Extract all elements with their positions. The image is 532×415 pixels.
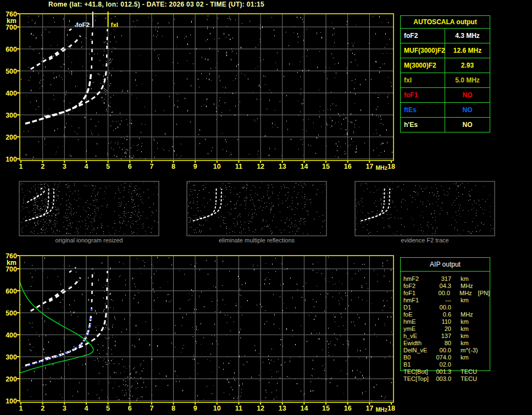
parameter-name: foE: [401, 311, 434, 318]
thumbnail-eliminate-reflections: [187, 181, 326, 236]
parameter-value: 4.3 MHz: [445, 29, 490, 43]
aip-row-hmf2: hmF2317km: [401, 275, 490, 283]
mini-f2-x-mode-trace: [32, 203, 53, 218]
x-tick-label: 3: [63, 405, 66, 412]
parameter-name: foF1: [401, 290, 433, 297]
aip-panel-rows: hmF2317kmfoF204.3MHzfoF100.0MHz[PN]hmF1-…: [401, 272, 490, 383]
second-hop-upper-bits: [69, 26, 76, 31]
aip-row-tectop: TEC[Top]003.0TECU: [401, 375, 490, 383]
mini-f2-o-mode-asymptote: [216, 188, 217, 202]
parameter-unit: km: [461, 318, 469, 325]
foF2-marker-label: foF2: [76, 21, 90, 28]
y-tick-label: 400: [5, 90, 17, 97]
autoscala-row-fof1: foF1NO: [401, 88, 490, 103]
second-hop-o: [31, 47, 65, 69]
parameter-name: B1: [401, 361, 434, 368]
parameter-unit: MHz: [461, 283, 473, 290]
mini-f2-o-mode-asymptote: [384, 188, 385, 202]
y-axis-unit: km: [7, 17, 16, 25]
parameter-name: hmF2: [401, 275, 434, 283]
x-tick-label: 12: [257, 163, 264, 170]
aip-row-fof2: foF204.3MHz: [401, 283, 490, 290]
y-tick-label: 600: [5, 46, 17, 53]
x-tick-label: 17: [365, 405, 373, 412]
parameter-value: NO: [445, 88, 490, 102]
parameter-unit: km: [461, 297, 469, 304]
x-tick-label: 3: [63, 163, 66, 170]
fxI-marker-label: fxI: [111, 21, 118, 28]
x-tick-label: 13: [279, 405, 286, 412]
x-tick-label: 9: [193, 163, 197, 170]
parameter-value: 80: [434, 340, 451, 347]
aip-row-hme: hmE110km: [401, 318, 490, 325]
x-tick-label: 12: [257, 405, 264, 412]
parameter-value: 20: [434, 325, 451, 333]
y-tick-label: 400: [5, 331, 17, 339]
f2-o-mode-trace: [25, 314, 91, 366]
mini-f2-o-mode-trace: [193, 203, 216, 221]
x-tick-label: 16: [344, 405, 352, 412]
x-tick-label: 13: [279, 163, 286, 170]
x-tick-label: 5: [106, 163, 110, 170]
x-tick-label: 2: [41, 163, 45, 170]
aip-row-delnve: DelN_vE00.0m^(-3): [401, 347, 490, 354]
x-tick-label: 1: [19, 163, 23, 170]
f2-o-mode-asymptote: [92, 269, 93, 311]
f2-x-mode-asymptote: [107, 271, 108, 308]
parameter-value: 00.0: [433, 290, 450, 297]
x-tick-label: 8: [171, 405, 175, 412]
parameter-value: 137: [434, 333, 451, 340]
parameter-value: 110: [434, 318, 451, 325]
parameter-name: foF2: [401, 29, 445, 43]
y-tick-label: 200: [5, 375, 17, 383]
autoscala-row-fxi: fxI5.0 MHz: [401, 73, 490, 88]
x-tick-label: 7: [149, 163, 153, 170]
x-tick-label: 17: [365, 163, 373, 170]
mini-f2-x-mode-asymptote: [221, 189, 222, 202]
autoscala-row-ftes: ftEsNO: [401, 103, 490, 118]
x-tick-label: 9: [193, 405, 197, 412]
mini-f2-o-mode-trace: [361, 203, 384, 221]
y-tick-label: 300: [5, 112, 17, 119]
x-tick-label: 10: [213, 405, 221, 412]
page-title: Rome (lat: +41.8, lon: 012.5) - DATE: 20…: [48, 1, 264, 8]
aip-panel-header: AIP output: [401, 258, 490, 272]
x-axis-unit: MHz: [375, 406, 387, 413]
parameter-value: 5.0 MHz: [445, 73, 490, 87]
mini-f2-x-mode-asymptote: [54, 189, 54, 202]
thumbnail-original-ionogram: [19, 181, 159, 236]
x-tick-label: 11: [235, 163, 242, 170]
second-hop-x: [49, 278, 81, 301]
parameter-value: 317: [434, 275, 451, 283]
aip-row-hve: h_vE137km: [401, 333, 490, 340]
x-tick-label: 5: [106, 405, 110, 412]
parameter-value: 00.0: [434, 304, 451, 311]
x-tick-label: 1: [19, 405, 23, 412]
parameter-name: foF2: [401, 283, 434, 290]
thumbnail-caption-eliminate: eliminate multiple reflections: [187, 237, 326, 244]
parameter-unit: TECU: [461, 368, 477, 375]
parameter-value: 00.0: [434, 347, 451, 354]
parameter-value: 003.0: [434, 375, 451, 383]
aip-row-b0: B0074.0km: [401, 354, 490, 361]
x-tick-label: 15: [322, 163, 330, 170]
parameter-unit: km: [461, 340, 469, 347]
parameter-name: M(3000)F2: [401, 58, 445, 73]
autoscala-row-m3000f2: M(3000)F22.93: [401, 58, 490, 73]
parameter-value: 12.6 MHz: [445, 43, 490, 58]
aip-row-foe: foE0.6MHz: [401, 311, 490, 318]
y-tick-label: 100: [5, 397, 17, 405]
aip-row-ewidth: Ewidth80km: [401, 340, 490, 347]
f2-x-mode-trace: [45, 313, 107, 358]
y-tick-label: 500: [5, 309, 17, 317]
x-tick-label: 10: [213, 163, 221, 170]
parameter-name: hmE: [401, 318, 434, 325]
parameter-value: 001.3: [434, 368, 451, 375]
parameter-name: Ewidth: [401, 340, 434, 347]
x-tick-label: 15: [322, 405, 330, 412]
thumbnail-evidence-f2-trace: [355, 181, 495, 236]
parameter-value: 02.0: [434, 361, 451, 368]
parameter-name: D1: [401, 304, 434, 311]
autoscala-row-fof2: foF24.3 MHz: [401, 29, 490, 43]
x-tick-label: 14: [300, 405, 308, 412]
